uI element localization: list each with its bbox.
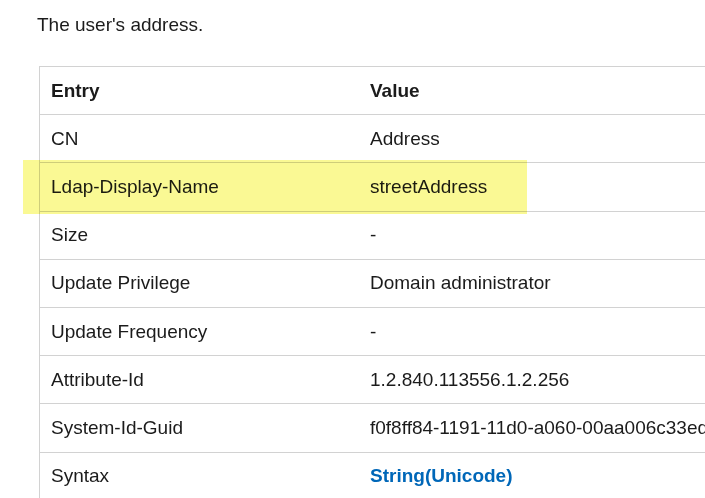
- value-cell: Address: [359, 115, 705, 163]
- table-row: CN Address: [40, 115, 705, 163]
- table-row: Ldap-Display-Name streetAddress: [40, 163, 705, 211]
- attribute-properties-table: Entry Value CN Address Ldap-Display-Name…: [39, 66, 705, 498]
- table-body: CN Address Ldap-Display-Name streetAddre…: [40, 115, 705, 498]
- table-row: Update Privilege Domain administrator: [40, 259, 705, 307]
- value-cell: -: [359, 211, 705, 259]
- entry-cell: Update Privilege: [40, 259, 360, 307]
- entry-column-header: Entry: [40, 67, 360, 115]
- table-row: Update Frequency -: [40, 307, 705, 355]
- value-column-header: Value: [359, 67, 705, 115]
- value-cell: f0f8ff84-1191-11d0-a060-00aa006c33ed: [359, 404, 705, 452]
- table-header-row: Entry Value: [40, 67, 705, 115]
- entry-cell: Size: [40, 211, 360, 259]
- entry-cell: Update Frequency: [40, 307, 360, 355]
- syntax-link[interactable]: String(Unicode): [370, 465, 513, 486]
- entry-cell: CN: [40, 115, 360, 163]
- entry-cell: System-Id-Guid: [40, 404, 360, 452]
- entry-cell: Ldap-Display-Name: [40, 163, 360, 211]
- entry-cell: Syntax: [40, 452, 360, 498]
- page-description: The user's address.: [37, 13, 203, 37]
- table-row: Size -: [40, 211, 705, 259]
- entry-cell: Attribute-Id: [40, 356, 360, 404]
- value-cell: -: [359, 307, 705, 355]
- table-row: System-Id-Guid f0f8ff84-1191-11d0-a060-0…: [40, 404, 705, 452]
- table-row: Attribute-Id 1.2.840.113556.1.2.256: [40, 356, 705, 404]
- value-cell: Domain administrator: [359, 259, 705, 307]
- value-cell: 1.2.840.113556.1.2.256: [359, 356, 705, 404]
- table-row: Syntax String(Unicode): [40, 452, 705, 498]
- value-cell: String(Unicode): [359, 452, 705, 498]
- value-cell: streetAddress: [359, 163, 705, 211]
